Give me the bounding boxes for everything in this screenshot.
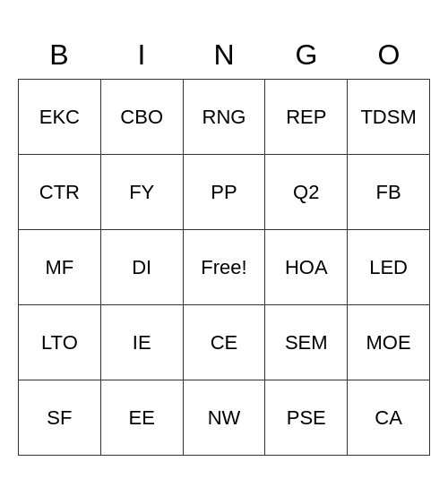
- cell-1-4[interactable]: FB: [348, 155, 430, 230]
- cell-1-3[interactable]: Q2: [265, 155, 348, 230]
- cell-3-4[interactable]: MOE: [348, 305, 430, 380]
- cell-2-3[interactable]: HOA: [265, 230, 348, 305]
- cell-1-1[interactable]: FY: [101, 155, 184, 230]
- header-b: B: [18, 31, 100, 79]
- cell-2-2[interactable]: Free!: [184, 230, 266, 305]
- cell-4-0[interactable]: SF: [19, 380, 101, 456]
- cell-1-0[interactable]: CTR: [19, 155, 101, 230]
- cell-4-2[interactable]: NW: [184, 380, 266, 456]
- cell-2-1[interactable]: DI: [101, 230, 184, 305]
- cell-1-2[interactable]: PP: [184, 155, 266, 230]
- cell-3-1[interactable]: IE: [101, 305, 184, 380]
- cell-3-0[interactable]: LTO: [19, 305, 101, 380]
- cell-3-3[interactable]: SEM: [265, 305, 348, 380]
- bingo-header: B I N G O: [18, 31, 430, 79]
- cell-0-1[interactable]: CBO: [101, 80, 184, 155]
- header-n: N: [183, 31, 265, 79]
- cell-4-4[interactable]: CA: [348, 380, 430, 456]
- cell-0-4[interactable]: TDSM: [348, 80, 430, 155]
- cell-0-3[interactable]: REP: [265, 80, 348, 155]
- cell-0-0[interactable]: EKC: [19, 80, 101, 155]
- cell-2-0[interactable]: MF: [19, 230, 101, 305]
- header-i: I: [100, 31, 183, 79]
- cell-0-2[interactable]: RNG: [184, 80, 266, 155]
- cell-4-3[interactable]: PSE: [265, 380, 348, 456]
- cell-3-2[interactable]: CE: [184, 305, 266, 380]
- header-g: G: [265, 31, 348, 79]
- bingo-card: B I N G O EKC CBO RNG REP TDSM CTR FY PP…: [18, 31, 430, 456]
- cell-4-1[interactable]: EE: [101, 380, 184, 456]
- cell-2-4[interactable]: LED: [348, 230, 430, 305]
- bingo-grid: EKC CBO RNG REP TDSM CTR FY PP Q2 FB MF …: [18, 79, 430, 456]
- header-o: O: [348, 31, 430, 79]
